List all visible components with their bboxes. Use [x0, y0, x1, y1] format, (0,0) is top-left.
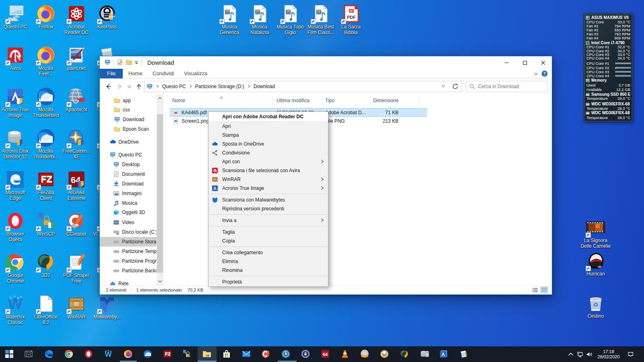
svg-text:?: ? — [543, 71, 546, 76]
svg-text:PDF: PDF — [347, 15, 356, 20]
svg-text:64: 64 — [323, 352, 328, 357]
svg-text:♻: ♻ — [593, 301, 598, 308]
